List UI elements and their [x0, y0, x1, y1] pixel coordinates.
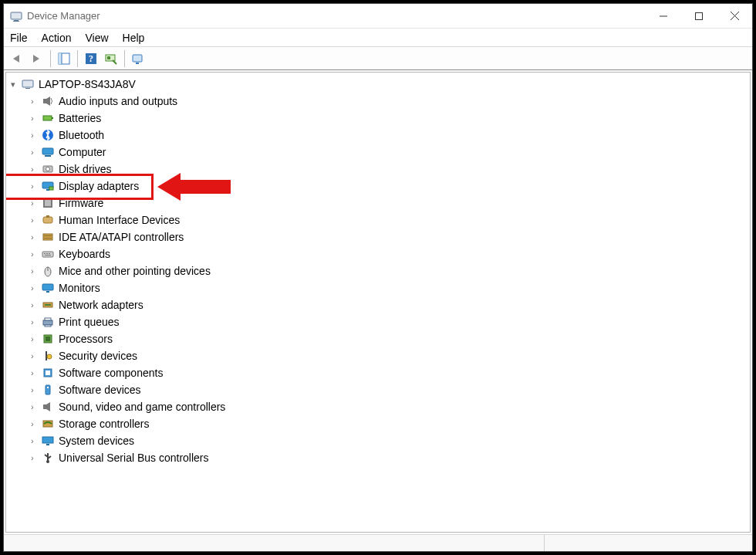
forward-button[interactable]	[29, 50, 46, 67]
svg-rect-24	[45, 155, 51, 157]
tree-item-printer[interactable]: ›Print queues	[11, 313, 745, 330]
svg-point-54	[47, 354, 52, 359]
tree-item-swcomp[interactable]: ›Software components	[11, 364, 745, 381]
svg-rect-31	[45, 200, 51, 206]
svg-rect-56	[46, 371, 50, 375]
tree-item-label: Audio inputs and outputs	[59, 95, 177, 107]
svg-rect-17	[25, 88, 30, 89]
window-controls	[646, 4, 752, 28]
mouse-icon	[42, 265, 54, 277]
tree-item-label: Monitors	[59, 282, 100, 294]
tree-item-ide[interactable]: ›IDE ATA/ATAPI controllers	[11, 228, 745, 245]
menu-action[interactable]: Action	[42, 32, 72, 44]
tree-item-system[interactable]: ›System devices	[11, 432, 745, 449]
back-button[interactable]	[8, 50, 25, 67]
help-button[interactable]: ?	[83, 50, 100, 67]
caret-right-icon: ›	[31, 385, 42, 394]
toolbar: ?	[4, 47, 752, 70]
showhide-tree-button[interactable]	[56, 50, 73, 67]
svg-rect-29	[49, 187, 53, 190]
tree-item-battery[interactable]: ›Batteries	[11, 110, 745, 127]
menu-file[interactable]: File	[10, 32, 28, 44]
tree-item-storage[interactable]: ›Storage controllers	[11, 415, 745, 432]
monitor-icon	[42, 282, 54, 294]
svg-rect-28	[46, 189, 49, 191]
svg-marker-60	[46, 402, 50, 411]
close-button[interactable]	[717, 4, 752, 28]
caret-down-icon: ▾	[11, 80, 22, 90]
tree-item-bluetooth[interactable]: ›Bluetooth	[11, 127, 745, 144]
tree-item-computer[interactable]: ›Computer	[11, 144, 745, 161]
security-icon	[42, 350, 54, 362]
toolbar-divider	[124, 50, 125, 67]
svg-rect-18	[43, 99, 46, 103]
tree-item-monitor[interactable]: ›Monitors	[11, 279, 745, 296]
tree-item-firmware[interactable]: ›Firmware	[11, 195, 745, 212]
system-icon	[42, 435, 54, 447]
tree-item-label: Print queues	[59, 316, 120, 328]
usb-icon	[42, 452, 54, 464]
caret-right-icon: ›	[31, 419, 42, 428]
cpu-icon	[42, 333, 54, 345]
tree-item-mouse[interactable]: ›Mice and other pointing devices	[11, 262, 745, 279]
caret-right-icon: ›	[31, 453, 42, 462]
minimize-button[interactable]	[646, 4, 681, 28]
tree-item-label: Computer	[59, 146, 106, 158]
tree-item-label: Universal Serial Bus controllers	[59, 452, 209, 464]
caret-right-icon: ›	[31, 147, 42, 157]
swcomp-icon	[42, 367, 54, 379]
tree-item-label: Sound, video and game controllers	[59, 401, 225, 413]
caret-right-icon: ›	[31, 436, 42, 445]
tree-item-audio[interactable]: ›Audio inputs and outputs	[11, 93, 745, 110]
menu-help[interactable]: Help	[123, 32, 145, 44]
svg-rect-34	[43, 234, 52, 240]
svg-rect-45	[46, 291, 49, 293]
audio-icon	[42, 95, 54, 107]
svg-text:?: ?	[89, 53, 93, 64]
svg-rect-16	[22, 80, 33, 87]
svg-rect-14	[133, 55, 142, 62]
tree-item-label: Bluetooth	[59, 129, 104, 141]
svg-rect-4	[696, 12, 703, 19]
tree-item-hid[interactable]: ›Human Interface Devices	[11, 212, 745, 228]
display-icon	[42, 180, 54, 192]
svg-rect-62	[42, 437, 53, 443]
keyboard-icon	[42, 248, 54, 260]
tree-item-keyboard[interactable]: ›Keyboards	[11, 245, 745, 262]
tree-item-label: Disk drives	[59, 163, 111, 175]
svg-rect-63	[46, 444, 49, 445]
tree-item-usb[interactable]: ›Universal Serial Bus controllers	[11, 449, 745, 466]
swdev-icon	[42, 384, 54, 396]
tree-item-network[interactable]: ›Network adapters	[11, 296, 745, 313]
device-tree[interactable]: ▾LAPTOP-8S43JA8V›Audio inputs and output…	[6, 73, 750, 532]
battery-icon	[42, 112, 54, 124]
tree-item-security[interactable]: ›Security devices	[11, 347, 745, 364]
menu-view[interactable]: View	[85, 32, 108, 44]
svg-rect-39	[46, 253, 48, 254]
ide-icon	[42, 231, 54, 243]
svg-rect-35	[44, 235, 52, 236]
tree-item-sound[interactable]: ›Sound, video and game controllers	[11, 398, 745, 415]
properties-button[interactable]	[130, 50, 147, 67]
tree-item-display[interactable]: ›Display adapters	[11, 178, 745, 195]
svg-rect-37	[42, 252, 53, 257]
svg-rect-8	[59, 53, 62, 64]
svg-rect-36	[44, 238, 52, 239]
computer-icon	[22, 78, 34, 90]
tree-item-swdev[interactable]: ›Software devices	[11, 381, 745, 398]
scan-hardware-button[interactable]	[103, 50, 120, 67]
tree-root[interactable]: ▾LAPTOP-8S43JA8V	[11, 76, 745, 93]
tree-item-cpu[interactable]: ›Processors	[11, 330, 745, 347]
tree-item-label: System devices	[59, 435, 134, 447]
tree-item-label: Firmware	[59, 197, 103, 209]
tree-item-label: Display adapters	[59, 180, 139, 192]
caret-right-icon: ›	[31, 130, 42, 140]
svg-point-26	[46, 168, 50, 171]
tree-item-label: Security devices	[59, 350, 137, 362]
tree-item-disk[interactable]: ›Disk drives	[11, 161, 745, 178]
tree-item-label: Keyboards	[59, 248, 110, 260]
caret-right-icon: ›	[31, 164, 42, 174]
maximize-button[interactable]	[681, 4, 717, 28]
tree-item-label: Software devices	[59, 384, 141, 396]
caret-right-icon: ›	[31, 351, 42, 360]
